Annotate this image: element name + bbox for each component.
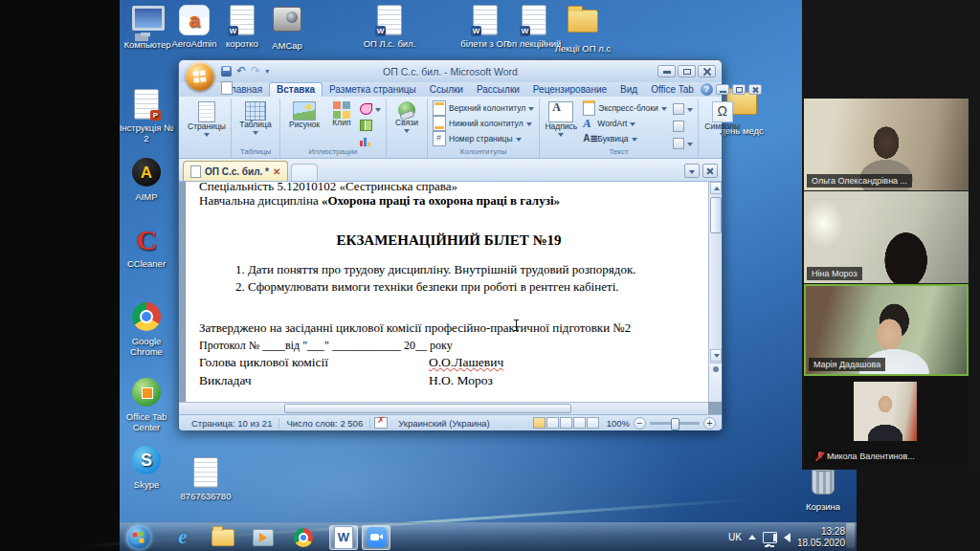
desktop-icon-ccleaner[interactable]: CCCleaner: [116, 224, 177, 269]
header-button[interactable]: Верхний колонтитул: [431, 100, 536, 115]
help-icon[interactable]: ?: [701, 83, 713, 96]
tab-razmetka[interactable]: Разметка страницы: [323, 83, 423, 97]
tab-list-dropdown-button[interactable]: [684, 164, 700, 178]
tab-recenzirovanie[interactable]: Рецензирование: [526, 83, 613, 97]
desktop-icon-label: AIMP: [116, 191, 177, 202]
desktop-icon-op-ls-bil[interactable]: ОП Л.с. бил.: [359, 4, 420, 49]
horizontal-scroll-thumb[interactable]: [284, 404, 571, 413]
group-label-illustrations: Иллюстрации: [283, 146, 383, 158]
desktop-icon-aimp[interactable]: AAIMP: [116, 157, 177, 202]
doc-minimize-button[interactable]: [716, 84, 729, 95]
close-button[interactable]: [698, 65, 716, 77]
clock[interactable]: 13:2818.05.2020: [797, 526, 845, 549]
taskbar-explorer-button[interactable]: [209, 525, 237, 550]
fullscreen-view-button[interactable]: [546, 417, 559, 429]
desktop-icon-label: 8767636780: [175, 491, 236, 501]
new-tab-button[interactable]: [291, 164, 318, 181]
start-button[interactable]: [126, 525, 151, 550]
doc-restore-button[interactable]: [732, 84, 746, 95]
zoom-slider[interactable]: [650, 422, 700, 425]
footer-button[interactable]: Нижний колонтитул: [431, 116, 536, 130]
desktop-icon-chrome[interactable]: Google Chrome: [116, 301, 177, 357]
chrome-icon: [132, 302, 161, 331]
desktop-icon-recycle-bin[interactable]: Корзина: [792, 465, 854, 512]
signature-line-button[interactable]: [671, 101, 695, 116]
taskbar-zoom-button-active[interactable]: [362, 525, 390, 550]
office-button[interactable]: [186, 62, 214, 91]
taskbar-internet-explorer-button[interactable]: e: [168, 525, 197, 550]
taskbar-word-button-active[interactable]: W: [329, 525, 358, 550]
tab-bar-close-button[interactable]: [702, 164, 718, 178]
close-tab-icon[interactable]: ✕: [273, 166, 280, 177]
zoom-level[interactable]: 100%: [607, 418, 630, 429]
status-page-indicator[interactable]: Страница: 10 из 21: [185, 418, 279, 429]
web-view-button[interactable]: [560, 417, 572, 429]
chevron-down-icon: [404, 129, 410, 133]
video-tile-participant-2[interactable]: Ніна Мороз: [804, 191, 969, 283]
video-tile-participant-3-active-speaker[interactable]: Марія Дадашова: [804, 284, 969, 376]
pages-button[interactable]: Страницы: [186, 99, 228, 137]
footer-icon: [433, 116, 446, 131]
vertical-scroll-thumb[interactable]: [710, 197, 722, 233]
links-button[interactable]: Связи: [390, 99, 424, 133]
table-button[interactable]: Таблица: [234, 99, 277, 135]
spellcheck-icon[interactable]: [374, 417, 388, 429]
chevron-down-icon: [526, 122, 532, 126]
picture-button[interactable]: Рисунок: [283, 99, 325, 129]
horizontal-scrollbar[interactable]: [179, 402, 708, 414]
print-layout-view-button[interactable]: [533, 417, 546, 429]
browse-object-buttons[interactable]: [710, 363, 722, 402]
dropcap-button[interactable]: A≣Буквица: [581, 131, 668, 145]
zoom-slider-thumb[interactable]: [671, 418, 679, 430]
vertical-scrollbar[interactable]: [708, 182, 722, 402]
status-language[interactable]: Украинский (Украина): [391, 418, 497, 429]
desktop-icon-office-tab-center[interactable]: Office Tab Center: [116, 377, 177, 432]
draft-view-button[interactable]: [587, 417, 599, 429]
word-doc-icon: [377, 5, 402, 35]
scroll-down-arrow[interactable]: [710, 349, 722, 362]
date-time-button[interactable]: [671, 119, 695, 133]
recycle-bin-icon: [812, 468, 835, 495]
document-page[interactable]: Спеціальність 5.12010102 «Сестринська сп…: [186, 182, 708, 402]
word-doc-icon: [522, 5, 546, 35]
taskbar-chrome-button[interactable]: [289, 525, 318, 550]
tab-vstavka-active[interactable]: Вставка: [269, 82, 323, 97]
office-tab-icon: [132, 378, 161, 407]
zoom-in-button[interactable]: +: [703, 417, 716, 430]
smartart-button[interactable]: [358, 118, 383, 132]
page-number-button[interactable]: Номер страницы: [431, 131, 536, 145]
desktop-icon-numbers-doc[interactable]: 8767636780: [175, 456, 236, 501]
clock-date: 18.05.2020: [797, 538, 845, 548]
zoom-out-button[interactable]: −: [634, 417, 646, 430]
tab-vid[interactable]: Вид: [613, 83, 644, 97]
document-system-icon[interactable]: [221, 81, 233, 95]
doc-close-button[interactable]: [748, 84, 762, 95]
desktop-icon-lekcii-op[interactable]: Лекції ОП л.с: [552, 4, 613, 54]
tab-office-tab[interactable]: Office Tab: [644, 83, 701, 97]
language-indicator[interactable]: UK: [728, 532, 742, 542]
video-tile-participant-1[interactable]: Ольга Олександрівна ...: [804, 99, 969, 190]
tab-ssylki[interactable]: Ссылки: [423, 83, 470, 97]
status-word-count[interactable]: Число слов: 2 506: [279, 418, 370, 429]
desktop-icon-instrukcia[interactable]: Інструкція № 2: [116, 88, 177, 143]
clipart-button[interactable]: Клип: [327, 99, 356, 127]
quick-parts-button[interactable]: Экспресс-блоки: [581, 100, 668, 115]
symbols-button[interactable]: ΩСимволы: [702, 99, 744, 137]
desktop-icon-amcap[interactable]: AMCap: [256, 4, 318, 51]
textbox-button[interactable]: Надпись: [543, 99, 579, 137]
volume-icon[interactable]: [784, 533, 791, 542]
document-area: Спеціальність 5.12010102 «Сестринська сп…: [179, 182, 722, 414]
restore-button[interactable]: [678, 65, 696, 77]
document-tab-active[interactable]: ОП С.с. бил. * ✕: [183, 161, 288, 181]
tab-rassylki[interactable]: Рассылки: [470, 83, 526, 97]
participant-name-label: Ольга Олександрівна ...: [807, 174, 912, 187]
shapes-button[interactable]: [358, 101, 383, 116]
wordart-button[interactable]: AWordArt: [581, 116, 668, 130]
hidden-icons-chevron[interactable]: [748, 535, 756, 540]
desktop-icon-skype[interactable]: SSkype: [116, 445, 177, 490]
taskbar-media-player-button[interactable]: [249, 525, 278, 550]
video-tile-participant-4[interactable]: Микола Валентинов...: [804, 377, 969, 469]
outline-view-button[interactable]: [573, 417, 586, 429]
scroll-up-arrow[interactable]: [710, 182, 722, 194]
minimize-button[interactable]: [657, 65, 676, 77]
